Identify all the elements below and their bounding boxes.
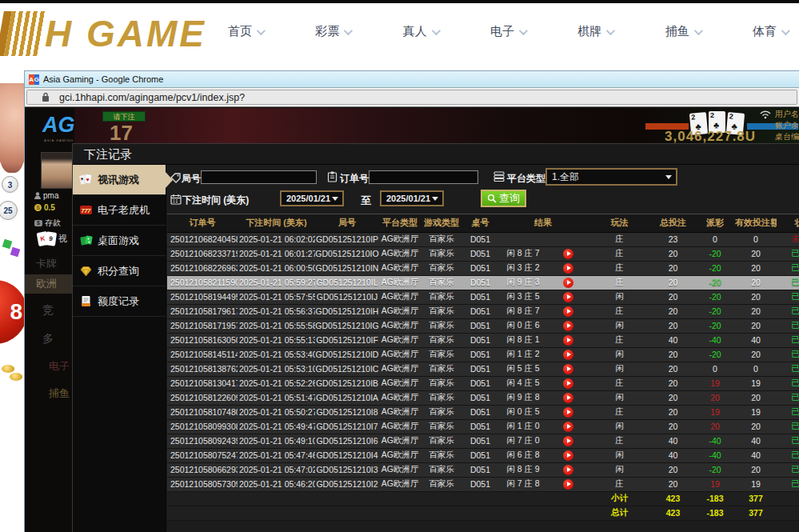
table-row[interactable]: 2501210580993082025-01-21 05:49:47GD0512…: [167, 419, 799, 434]
platform-select[interactable]: 1.全部: [545, 168, 677, 186]
top-strip: [0, 0, 799, 3]
nav-item-home[interactable]: 首页: [228, 24, 263, 39]
menu-item-cards[interactable]: 卡牌: [36, 257, 57, 271]
replay-icon[interactable]: [563, 350, 573, 360]
date-to-picker[interactable]: 2025/01/21: [380, 190, 444, 206]
menu-item-europe[interactable]: 欧洲: [25, 274, 74, 294]
replay-icon[interactable]: [563, 263, 573, 274]
replay-icon[interactable]: [563, 378, 573, 389]
sidebar-item-points-query[interactable]: 积分查询: [73, 256, 166, 286]
replay-icon[interactable]: [563, 249, 573, 259]
nav-item-lottery[interactable]: 彩票: [315, 24, 350, 39]
menu-item-jing[interactable]: 竞: [42, 303, 54, 318]
replay-icon[interactable]: [563, 407, 573, 418]
table-row[interactable]: 2501210580924392025-01-21 05:49:10GD0512…: [167, 434, 799, 448]
replay-icon[interactable]: [563, 335, 573, 346]
site-logo[interactable]: H GAME: [0, 6, 206, 61]
table-row[interactable]: 2501210580662932025-01-21 05:47:02GD0512…: [167, 462, 799, 477]
cell: D051: [462, 376, 498, 390]
url-bar[interactable]: gci.1hhapi.com/agingame/pcv1/index.jsp?: [26, 90, 797, 105]
sidebar-item-table-games[interactable]: 桌面游戏: [73, 226, 166, 256]
cell: 0: [695, 362, 735, 376]
cell: 庄: [588, 405, 651, 419]
replay-icon[interactable]: [563, 436, 573, 446]
order-input[interactable]: [369, 170, 478, 184]
cell: 0: [695, 232, 735, 246]
replay-icon[interactable]: [563, 422, 573, 432]
table-row[interactable]: 2501210581387622025-01-21 05:53:10GD0512…: [167, 362, 799, 376]
cell: 百家乐: [421, 246, 462, 261]
bet-table: 订单号下注时间 (美东)局号平台类型游戏类型桌号结果玩法总投注派彩有效投注额状态…: [167, 214, 799, 521]
cell: 闲: [588, 347, 651, 362]
table-row[interactable]: 2501210581719572025-01-21 05:55:58GD0512…: [167, 318, 799, 333]
cell: 20: [735, 462, 777, 477]
replay-icon[interactable]: [563, 364, 573, 374]
menu-item-duo[interactable]: 多: [42, 332, 54, 346]
replay-icon[interactable]: [563, 393, 573, 403]
sidebar-label: 视讯游戏: [98, 173, 139, 187]
cell: 2025-01-21 05:59:27: [238, 275, 315, 290]
replay-icon[interactable]: [563, 292, 573, 302]
table-row[interactable]: 2501210581630502025-01-21 05:55:13GD0512…: [167, 333, 799, 347]
cell: 19: [695, 376, 735, 390]
nav-label: 彩票: [315, 24, 339, 39]
panel-sidebar: ♥♠ 视讯游戏 777 电子老虎机 桌面游戏 积分查询: [73, 165, 166, 532]
menu-item-slots[interactable]: 电子: [49, 359, 70, 374]
replay-icon[interactable]: [563, 321, 573, 331]
table-row[interactable]: 2501210581944952025-01-21 05:57:55GD0512…: [167, 290, 799, 304]
nav-item-sports[interactable]: 体育: [753, 24, 788, 39]
table-row[interactable]: 2501210682337192025-01-21 06:01:27GD0512…: [167, 246, 799, 261]
cell: [548, 318, 588, 333]
table-row[interactable]: 2501210581304172025-01-21 05:52:26GD0512…: [167, 376, 799, 390]
menu-item-fishing[interactable]: 捕鱼: [49, 386, 70, 401]
cell: [548, 333, 588, 347]
round-input[interactable]: [201, 170, 317, 184]
cell: GD051251210IP: [315, 232, 379, 246]
cell: [548, 347, 588, 362]
video-game-shortcut[interactable]: K 9 视: [38, 232, 67, 246]
cell: GD051251210I6: [315, 434, 379, 448]
table-row[interactable]: 2501210581074802025-01-21 05:50:27GD0512…: [167, 405, 799, 419]
table-row[interactable]: 2501210580573092025-01-21 05:46:20GD0512…: [167, 477, 799, 491]
table-row[interactable]: 2501210580752472025-01-21 05:47:46GD0512…: [167, 448, 799, 462]
cell: 20: [735, 347, 777, 362]
table-row[interactable]: 2501210581451142025-01-21 05:53:40GD0512…: [167, 347, 799, 362]
cell: GD051251210IA: [315, 390, 379, 405]
sidebar-item-slot-machines[interactable]: 777 电子老虎机: [73, 195, 166, 226]
date-from-picker[interactable]: 2025/01/21: [280, 190, 344, 206]
nav-item-fishing[interactable]: 捕鱼: [665, 24, 701, 39]
cell: 20: [735, 290, 777, 304]
calendar-icon: [170, 194, 182, 205]
sidebar-item-credit-records[interactable]: 额度记录: [73, 286, 166, 317]
table-row[interactable]: 2501210581226092025-01-21 05:51:47GD0512…: [167, 390, 799, 405]
table-row[interactable]: 2501210581796172025-01-21 05:56:37GD0512…: [167, 304, 799, 318]
search-button[interactable]: 查询: [481, 190, 526, 207]
cell: GD051251210IO: [315, 246, 379, 261]
replay-icon[interactable]: [563, 479, 573, 490]
sidebar-item-video-games[interactable]: ♥♠ 视讯游戏: [73, 165, 166, 195]
cell: 250121058138762: [167, 362, 238, 376]
cell: 闲 1 庄 2: [498, 347, 548, 362]
replay-icon[interactable]: [563, 306, 573, 317]
table-row[interactable]: 2501210682404582025-01-21 06:02:02GD0512…: [167, 232, 799, 246]
nav-item-slots[interactable]: 电子: [490, 24, 525, 39]
cell: 2025-01-21 05:47:02: [238, 462, 315, 477]
deposit-button[interactable]: $ 存款: [34, 218, 61, 229]
window-titlebar[interactable]: AG Asia Gaming - Google Chrome: [25, 71, 799, 87]
replay-icon[interactable]: [563, 465, 573, 475]
nav-item-live[interactable]: 真人: [403, 24, 438, 39]
replay-icon[interactable]: [563, 278, 573, 288]
cell: AG欧洲厅: [379, 362, 421, 376]
nav-item-cards[interactable]: 棋牌: [577, 24, 613, 39]
cell: 闲 5 庄 5: [498, 362, 548, 376]
platform-filter-label: 平台类型: [507, 172, 545, 186]
cell: 闲: [588, 390, 651, 405]
cell: [548, 304, 588, 318]
cell: D051: [462, 434, 498, 448]
table-row[interactable]: 2501210582115902025-01-21 05:59:27GD0512…: [167, 275, 799, 290]
cards-icon: ♥♠: [79, 173, 93, 186]
cell: 庄: [588, 376, 651, 390]
cell: [498, 232, 548, 246]
replay-icon[interactable]: [563, 450, 573, 461]
table-row[interactable]: 2501210682269632025-01-21 06:00:50GD0512…: [167, 261, 799, 275]
